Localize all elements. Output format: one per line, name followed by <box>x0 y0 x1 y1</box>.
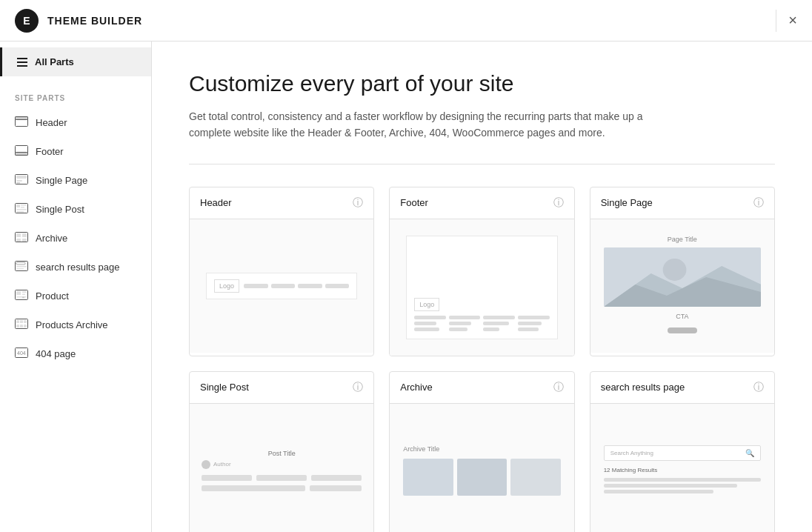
card-body-archive: Archive Title <box>390 404 573 532</box>
svg-text:404: 404 <box>17 350 26 356</box>
top-bar: E THEME BUILDER × <box>0 0 812 41</box>
card-archive-title-bar: Archive ⓘ <box>390 372 573 404</box>
info-icon-footer[interactable]: ⓘ <box>553 196 564 210</box>
sidebar-item-footer[interactable]: Footer <box>0 137 151 166</box>
card-single-post[interactable]: Single Post ⓘ Post Title Author <box>189 371 374 532</box>
svg-rect-16 <box>22 233 27 237</box>
card-body-single-post: Post Title Author <box>190 404 373 532</box>
archive-item-2 <box>457 459 507 496</box>
preview-page-title-text: Page Title <box>604 236 761 243</box>
info-icon-search-results[interactable]: ⓘ <box>753 381 764 394</box>
svg-rect-24 <box>16 291 21 295</box>
all-parts-label: All Parts <box>35 56 74 67</box>
preview-single-post: Post Title Author <box>199 447 365 494</box>
svg-rect-32 <box>24 320 27 323</box>
card-search-results[interactable]: search results page ⓘ Search Anything 🔍 … <box>590 371 775 532</box>
archive-item-1 <box>403 459 453 496</box>
search-results-icon <box>15 261 28 273</box>
preview-footer: Logo <box>414 296 549 331</box>
404-icon: 404 <box>15 348 28 360</box>
svg-rect-25 <box>22 291 27 293</box>
card-title-header: Header <box>200 197 232 208</box>
card-body-single-page: Page Title CTA <box>590 219 774 353</box>
single-page-icon <box>15 174 28 187</box>
svg-point-39 <box>662 259 686 281</box>
info-icon-header[interactable]: ⓘ <box>353 196 363 210</box>
preview-post-content-2 <box>202 485 362 491</box>
svg-rect-9 <box>16 205 20 207</box>
sidebar-label-footer: Footer <box>36 146 64 157</box>
card-body-search-results: Search Anything 🔍 12 Matching Results <box>590 404 774 532</box>
svg-rect-11 <box>21 207 24 208</box>
products-archive-icon <box>15 319 28 331</box>
preview-post-title: Post Title <box>202 450 362 457</box>
cards-grid: Header ⓘ Logo <box>189 187 775 532</box>
sidebar-label-404: 404 page <box>36 348 76 359</box>
card-footer-title-bar: Footer ⓘ <box>390 187 573 219</box>
preview-page-image <box>604 247 761 307</box>
sidebar-label-single-post: Single Post <box>36 204 84 215</box>
sidebar-label-archive: Archive <box>36 233 67 244</box>
svg-rect-35 <box>24 325 27 327</box>
sidebar: All Parts SITE PARTS Header Footer <box>0 41 152 532</box>
preview-result-line-2 <box>604 484 737 488</box>
top-bar-left: E THEME BUILDER <box>15 9 142 33</box>
preview-single-page: Page Title CTA <box>599 231 765 341</box>
card-single-post-title-bar: Single Post ⓘ <box>190 372 373 404</box>
preview-search: Search Anything 🔍 12 Matching Results <box>599 441 765 500</box>
card-body-footer: Logo <box>390 219 573 356</box>
sidebar-item-single-page[interactable]: Single Page <box>0 166 151 195</box>
info-icon-single-page[interactable]: ⓘ <box>753 196 764 210</box>
preview-search-icon-sm: 🔍 <box>745 449 754 457</box>
card-title-footer: Footer <box>400 197 428 208</box>
preview-archive-grid <box>403 459 560 496</box>
sidebar-all-parts[interactable]: All Parts <box>0 47 151 76</box>
svg-rect-6 <box>16 180 22 182</box>
preview-search-bar: Search Anything 🔍 <box>604 445 761 461</box>
svg-rect-10 <box>21 205 27 206</box>
svg-rect-7 <box>16 182 20 184</box>
svg-rect-5 <box>16 176 27 179</box>
card-single-page[interactable]: Single Page ⓘ Page Title <box>590 187 775 356</box>
svg-rect-1 <box>16 117 28 120</box>
preview-search-placeholder: Search Anything <box>610 450 745 456</box>
card-archive[interactable]: Archive ⓘ Archive Title <box>389 371 574 532</box>
preview-logo: Logo <box>214 279 239 293</box>
preview-results-count: 12 Matching Results <box>604 467 761 473</box>
card-title-single-page: Single Page <box>601 197 653 208</box>
single-post-icon <box>15 203 28 216</box>
archive-icon <box>15 232 28 245</box>
info-icon-single-post[interactable]: ⓘ <box>353 381 363 394</box>
sidebar-label-search-results: search results page <box>36 262 119 273</box>
info-icon-archive[interactable]: ⓘ <box>553 381 564 394</box>
sidebar-item-header[interactable]: Header <box>0 108 151 137</box>
hamburger-icon <box>17 58 27 67</box>
preview-author-name: Author <box>213 461 231 468</box>
sidebar-item-archive[interactable]: Archive <box>0 224 151 253</box>
header-icon <box>15 116 28 129</box>
sidebar-label-products-archive: Products Archive <box>36 319 108 330</box>
svg-rect-3 <box>16 153 28 156</box>
preview-footer-cols <box>414 316 549 331</box>
preview-post-content <box>202 475 362 481</box>
preview-result-line-1 <box>604 478 761 482</box>
card-title-archive: Archive <box>400 382 432 393</box>
close-button[interactable]: × <box>788 12 797 29</box>
preview-cta: CTA <box>604 313 761 336</box>
svg-rect-27 <box>16 296 27 298</box>
svg-rect-22 <box>16 268 24 270</box>
sidebar-item-products-archive[interactable]: Products Archive <box>0 310 151 339</box>
sidebar-item-single-post[interactable]: Single Post <box>0 195 151 224</box>
card-header[interactable]: Header ⓘ Logo <box>189 187 374 356</box>
card-single-page-title-bar: Single Page ⓘ <box>590 187 774 219</box>
svg-rect-20 <box>16 262 25 265</box>
card-footer[interactable]: Footer ⓘ Logo <box>389 187 574 356</box>
page-description: Get total control, consistency and a fas… <box>189 108 670 142</box>
archive-item-3 <box>510 459 560 496</box>
sidebar-item-product[interactable]: Product <box>0 282 151 310</box>
sidebar-item-search-results[interactable]: search results page <box>0 253 151 282</box>
svg-rect-31 <box>20 320 23 323</box>
sidebar-item-404[interactable]: 404 404 page <box>0 339 151 368</box>
preview-archive: Archive Title <box>399 441 565 500</box>
svg-rect-30 <box>16 320 19 323</box>
